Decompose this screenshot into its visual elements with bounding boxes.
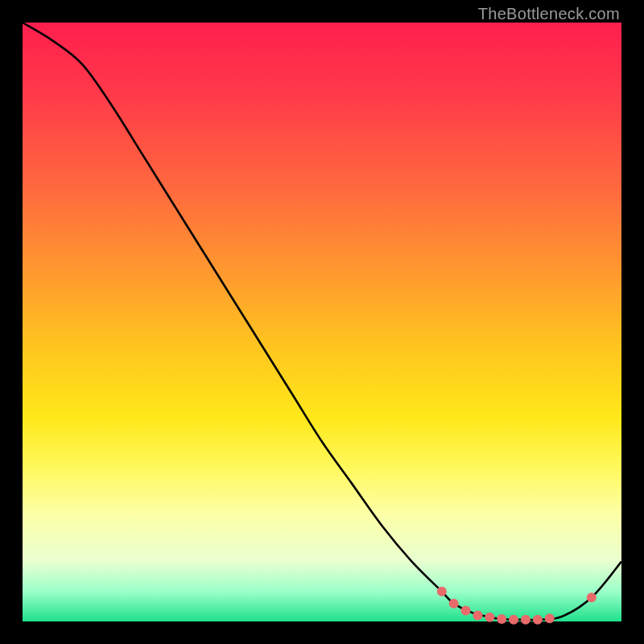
curve-marker [545,613,555,623]
curve-marker [497,614,506,624]
curve-marker [587,592,597,602]
curve-marker [485,613,494,622]
curve-marker [509,615,518,625]
bottleneck-curve [23,23,621,620]
chart-frame: TheBottleneck.com [0,0,644,644]
curve-svg [23,23,621,621]
attribution-text: TheBottleneck.com [478,5,620,23]
curve-marker [449,599,459,609]
curve-markers [437,587,597,625]
curve-marker [533,615,543,625]
curve-marker [461,606,471,616]
curve-marker [473,611,482,621]
curve-marker [521,615,530,625]
curve-marker [437,587,447,597]
plot-area [23,23,621,621]
